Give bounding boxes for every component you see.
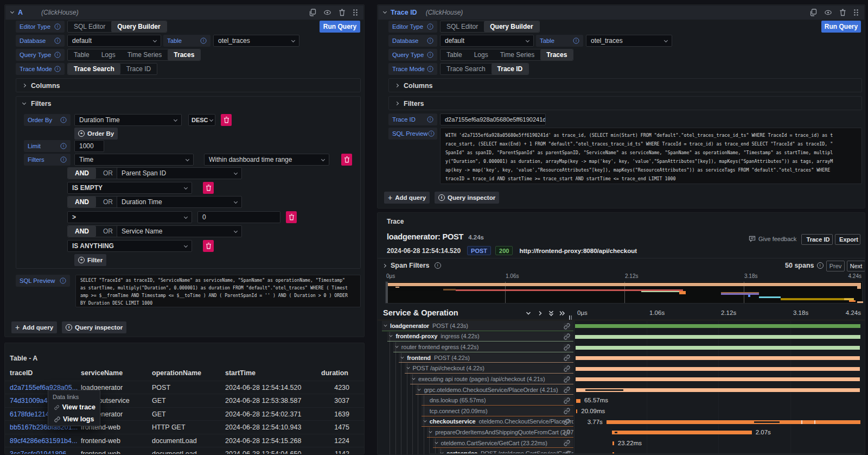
filters-section-header[interactable]: Filters [16,97,360,110]
and-option[interactable]: AND [68,226,96,237]
span-link-icon[interactable] [564,397,570,404]
span-row[interactable]: dns.lookup (65.57ms)65.57ms [378,395,865,406]
and-option[interactable]: AND [68,168,96,179]
trace-minimap[interactable] [385,281,863,304]
filter-field-select[interactable]: Parent Span ID [117,167,242,179]
chevron-down-icon[interactable] [384,323,387,326]
remove-order-by-button[interactable] [221,114,232,126]
columns-section[interactable]: Columns [16,78,361,92]
and-option[interactable]: AND [68,197,96,207]
span-link-icon[interactable] [564,387,570,393]
span-link-icon[interactable] [564,323,570,330]
chevron-down-icon[interactable] [406,366,410,369]
span-row[interactable]: prepareOrderItemsAndShippingQuoteFromCar… [378,427,865,438]
span-bar[interactable] [612,431,751,434]
collapse-query-icon[interactable] [10,10,14,14]
span-name-cell[interactable]: executing api route (pages) /api/checkou… [410,374,573,384]
query-type-traces[interactable]: Traces [168,49,200,60]
query-type-time-series[interactable]: Time Series [122,49,168,60]
info-icon[interactable]: i [54,52,60,58]
chevron-down-icon[interactable] [429,429,432,433]
query-type-logs[interactable]: Logs [95,49,122,60]
span-link-icon[interactable] [564,419,570,425]
limit-input[interactable]: 1000 [74,140,104,152]
query-type-table[interactable]: Table [68,49,95,60]
hide-query-icon[interactable] [323,9,331,16]
span-link-icon[interactable] [564,344,570,351]
info-icon[interactable]: i [54,23,60,29]
span-name-cell[interactable]: grpc.oteldemo.CheckoutService/PlaceOrder… [416,385,573,395]
give-feedback-button[interactable]: Give feedback [749,236,796,242]
info-icon[interactable]: i [435,262,441,269]
query-inspector-button[interactable]: iQuery inspector [62,321,126,333]
collapse-one-icon[interactable] [525,310,532,317]
filter-op-select[interactable]: IS ANYTHING [67,240,192,252]
add-order-by-button[interactable]: +Order By [74,128,118,140]
columns-section[interactable]: Columns [388,78,862,92]
database-select[interactable]: default [440,35,534,47]
span-name-cell[interactable]: POST /api/checkout (4.22s) [405,363,573,374]
trace-mode-id[interactable]: Trace ID [120,64,157,74]
info-icon[interactable]: i [54,37,60,43]
span-bar[interactable] [576,409,577,413]
expand-all-icon[interactable] [559,310,565,317]
chevron-down-icon[interactable] [412,376,415,380]
filter-field-select[interactable]: Service Name [117,225,242,237]
trace-mode-id[interactable]: Trace ID [492,64,529,74]
info-icon[interactable]: i [60,156,66,162]
info-icon[interactable]: i [60,277,66,283]
col-start-time[interactable]: startTime [225,369,256,377]
table-cell-trace-id[interactable]: 89cf4286e631591b4... [10,437,77,445]
span-bar[interactable] [575,335,860,339]
drag-handle-icon[interactable] [853,9,859,16]
export-button[interactable]: Export [835,234,860,245]
filter-field-select[interactable]: Duration Time [117,196,242,208]
remove-filter-button[interactable] [203,182,214,194]
info-icon[interactable]: i [817,262,824,269]
span-bar[interactable] [576,356,860,360]
chevron-down-icon[interactable] [395,345,398,348]
info-icon[interactable]: i [427,52,433,58]
col-duration[interactable]: duration [321,369,348,377]
span-row[interactable]: loadgeneratorPOST (4.23s) [378,321,865,332]
remove-filter-button[interactable] [203,240,214,252]
span-link-icon[interactable] [564,408,570,414]
view-logs-link[interactable]: View logs [54,415,95,423]
query-type-table[interactable]: Table [441,49,468,60]
col-trace-id[interactable]: traceID [10,369,33,377]
info-icon[interactable]: i [60,117,66,123]
span-link-icon[interactable] [564,376,570,383]
chevron-down-icon[interactable] [435,440,438,444]
order-by-dir-select[interactable]: DESC [188,114,215,126]
editor-type-builder[interactable]: Query Builder [111,21,166,32]
filter-time-scope-select[interactable]: Within dashboard time range [204,154,329,166]
span-bar[interactable] [607,420,861,424]
info-icon[interactable]: i [428,130,434,136]
span-link-icon[interactable] [564,355,570,361]
info-icon[interactable]: i [427,23,433,29]
editor-type-sql[interactable]: SQL Editor [441,21,484,32]
chevron-down-icon[interactable] [401,355,404,358]
prev-button[interactable]: Prev [826,261,845,271]
filter-value-input[interactable]: 0 [197,211,280,223]
drag-handle-icon[interactable] [353,9,358,16]
span-name-cell[interactable]: loadgeneratorPOST (4.23s) [382,321,573,331]
query-header-trace-id[interactable]: Trace ID (ClickHouse) [378,5,864,20]
span-bar[interactable] [575,324,860,328]
collapse-all-icon[interactable] [548,310,554,317]
table-select[interactable]: otel_traces [213,35,299,47]
span-link-icon[interactable] [564,440,570,446]
span-link-icon[interactable] [564,429,570,436]
chevron-down-icon[interactable] [390,334,393,337]
span-name-cell[interactable]: router frontend egress (4.22s) [393,342,573,352]
trace-id-button[interactable]: Trace ID [801,234,833,245]
col-service-name[interactable]: serviceName [81,369,123,377]
span-name-cell[interactable]: prepareOrderItemsAndShippingQuoteFromCar… [427,427,573,438]
run-query-button[interactable]: Run Query [821,21,861,33]
query-type-logs[interactable]: Logs [468,49,494,60]
span-bar[interactable] [576,377,860,381]
span-bar[interactable] [576,346,860,350]
span-name-cell[interactable]: dns.lookup (65.57ms) [422,395,573,406]
span-bar[interactable] [576,399,580,403]
span-row[interactable]: POST /api/checkout (4.22s) [378,363,865,374]
